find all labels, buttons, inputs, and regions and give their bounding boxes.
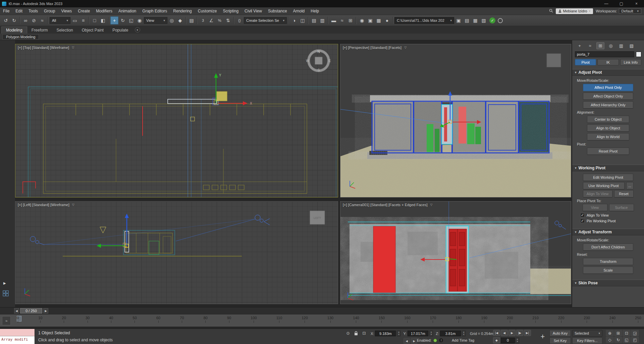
menu-item[interactable]: Rendering [170,7,195,15]
window-crossing-icon[interactable]: ◧ [99,16,107,24]
link-info-tab[interactable]: Link Info [620,59,641,65]
spinner-up-icon[interactable]: ▴ [397,331,400,333]
select-and-move-icon[interactable]: + [110,16,118,24]
schematic-view-icon[interactable]: ⊞ [346,16,355,24]
menu-item[interactable]: Help [308,7,322,15]
viewport-nav-button[interactable]: ↻ [614,337,622,343]
transform-mode-icon[interactable]: ⊡ [361,330,367,336]
rollout-header[interactable]: ▾ Adjust Transform [572,229,644,235]
viewport-left-canvas[interactable]: LEFT [15,202,338,304]
scene-validation-icon[interactable]: ✓ [489,17,495,23]
undo-icon[interactable]: ↺ [2,16,10,24]
z-field[interactable]: 3.81m [440,331,461,336]
transport-button[interactable]: ▶ [508,330,516,336]
spinner-up-icon[interactable]: ▴ [462,331,465,333]
material-editor-icon[interactable]: ◉ [358,16,366,24]
viewport-label[interactable]: [+] [Left] [Standard] [Wireframe] ▽ [18,203,74,207]
menu-item[interactable]: Create [75,7,93,15]
select-and-rotate-icon[interactable]: ↻ [119,16,127,24]
menu-item[interactable]: Scripting [220,7,241,15]
viewport-top[interactable]: Y X N E S W [+] [Top] [Standard] [Wirefr… [15,44,338,197]
menu-item[interactable]: File [0,7,12,15]
viewport-nav-button[interactable]: ⊡ [623,330,631,336]
mirror-icon[interactable]: ◑ [290,16,298,24]
pivot-tab[interactable]: Pivot [575,59,596,65]
viewport-label[interactable]: [+] [Perspective] [Standard] [Facets] ▽ [343,46,407,50]
selection-filter-dropdown[interactable]: All▾ [50,17,70,24]
selection-lock-icon[interactable] [353,330,359,336]
affect-hierarchy-only-button[interactable]: Affect Hierarchy Only [583,101,633,109]
ribbon-minimize-icon[interactable]: ▾ [135,27,140,33]
menu-item[interactable]: Group [41,7,58,15]
asset-tracking-icon[interactable]: ▧ [480,16,488,24]
render-setup-icon[interactable]: ▣ [366,16,374,24]
menu-item[interactable]: Customize [195,7,220,15]
reference-coordinate-dropdown[interactable]: View▾ [144,17,167,24]
plus-icon[interactable]: + [538,331,547,342]
hierarchy-tab-icon[interactable]: ⊞ [596,42,604,49]
next-frame-button[interactable]: ▶ [43,308,48,313]
place-surface-button[interactable]: Surface [609,204,634,211]
maximize-button[interactable]: ▢ [614,0,629,7]
previous-frame-button[interactable]: ◀ [14,308,19,313]
tab-selection[interactable]: Selection [52,27,77,34]
key-step-button[interactable]: ▶ [411,338,417,344]
viewcube-faded[interactable] [547,54,561,67]
y-field[interactable]: 17.017m [408,331,428,336]
place-view-button[interactable]: View [583,204,607,211]
use-pivot-center-icon[interactable]: ◎ [168,16,176,24]
render-icon[interactable]: ● [383,16,391,24]
viewport-filter-icon[interactable]: ▽ [72,46,74,49]
viewport-layout-icon[interactable] [3,290,9,298]
viewport-nav-button[interactable]: ◇ [606,337,614,343]
scene-explorer-icon[interactable]: ▤ [310,16,318,24]
mini-curve-editor-button[interactable]: ≈ [2,316,11,325]
time-slider[interactable]: ◀ 0 / 250 ▶ [0,307,644,314]
named-selection-dropdown[interactable]: Create Selection Se▾ [244,17,287,24]
menu-item[interactable]: Tools [25,7,41,15]
enabled-indicator-icon[interactable] [433,339,437,342]
align-to-view-checkbox[interactable]: ✓ [580,213,585,217]
tab-modeling[interactable]: Modeling [1,26,27,34]
affect-pivot-only-button[interactable]: Affect Pivot Only [583,84,633,91]
menu-item[interactable]: Graph Editors [139,7,170,15]
tab-populate[interactable]: Populate [108,27,132,34]
selected-door-camera[interactable] [446,226,469,293]
spinner-up-icon[interactable]: ▴ [430,331,433,333]
render-preview-icon[interactable] [498,18,503,23]
set-key-button[interactable]: Set Key [549,337,571,344]
import-scene-icon[interactable]: ▤ [463,16,471,24]
spinner-down-icon[interactable]: ▾ [462,333,465,336]
pin-working-pivot-checkbox[interactable]: ✓ [580,219,585,223]
display-tab-icon[interactable]: ▥ [617,42,625,49]
select-and-scale-icon[interactable]: ◱ [127,16,135,24]
timeline-ruler[interactable]: 0 10 20 30 40 [17,316,641,326]
viewcube-faded[interactable]: LEFT [310,211,325,224]
ik-tab[interactable]: IK [597,59,619,65]
workspaces-dropdown[interactable]: Default ▾ [619,8,641,14]
spinner-down-icon[interactable]: ▾ [397,333,400,336]
menu-item[interactable]: Arnold [290,7,308,15]
viewport-nav-button[interactable]: ◲ [631,330,639,336]
x-spinner[interactable]: ▴▾ [397,331,400,336]
viewport-label[interactable]: [+] [Top] [Standard] [Wireframe] ▽ [18,46,74,50]
macro-recorder-field[interactable] [0,329,35,336]
edit-named-selections-icon[interactable]: {} [235,16,244,24]
key-filters-button[interactable]: Key Filters... [572,337,602,344]
reset-pivot-button[interactable]: Reset Pivot [587,148,629,155]
align-icon[interactable]: ◫ [299,16,307,24]
isolate-selection-icon[interactable]: ⊙ [345,330,351,336]
unlink-selection-icon[interactable]: ⊘ [30,16,38,24]
asset-library-icon[interactable]: ▦ [471,16,479,24]
tab-freeform[interactable]: Freeform [27,27,52,34]
select-and-link-icon[interactable]: ∞ [21,16,30,24]
key-mode-toggle-icon[interactable]: ◆ [493,337,500,343]
polygon-modeling-panel[interactable]: Polygon Modeling [2,34,39,40]
spinner-snap-icon[interactable]: ⇅ [224,16,232,24]
center-to-object-button[interactable]: Center to Object [587,116,629,123]
select-object-icon[interactable]: ▭ [71,16,79,24]
listener-field[interactable]: Array modifi [0,336,35,344]
align-to-view-button[interactable]: Align To View [583,190,612,197]
viewport-filter-icon[interactable]: ▽ [404,46,407,49]
viewport-filter-icon[interactable]: ▽ [72,203,74,207]
